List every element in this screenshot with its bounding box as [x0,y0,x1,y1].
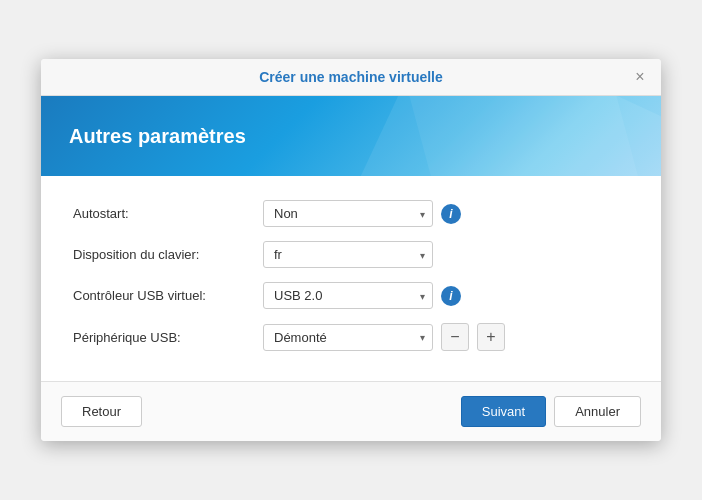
usb-controller-label: Contrôleur USB virtuel: [73,288,263,303]
create-vm-dialog: Créer une machine virtuelle × Autres par… [41,59,661,441]
cancel-button[interactable]: Annuler [554,396,641,427]
autostart-label: Autostart: [73,206,263,221]
usb-controller-row: Contrôleur USB virtuel: USB 2.0 USB 3.0 … [73,282,629,309]
autostart-select-wrapper: Non Oui ▾ [263,200,433,227]
section-title: Autres paramètres [69,125,246,148]
keyboard-controls: fr en de es ▾ [263,241,433,268]
autostart-row: Autostart: Non Oui ▾ i [73,200,629,227]
add-usb-button[interactable]: + [477,323,505,351]
keyboard-row: Disposition du clavier: fr en de es ▾ [73,241,629,268]
keyboard-label: Disposition du clavier: [73,247,263,262]
header-section: Autres paramètres [41,96,661,176]
close-button[interactable]: × [631,68,649,86]
autostart-controls: Non Oui ▾ i [263,200,461,227]
usb-controller-info-icon[interactable]: i [441,286,461,306]
autostart-select[interactable]: Non Oui [263,200,433,227]
usb-controller-select-wrapper: USB 2.0 USB 3.0 Aucun ▾ [263,282,433,309]
title-bar: Créer une machine virtuelle × [41,59,661,96]
form-content: Autostart: Non Oui ▾ i Disposition du cl… [41,176,661,381]
autostart-info-icon[interactable]: i [441,204,461,224]
next-button[interactable]: Suivant [461,396,546,427]
usb-device-select[interactable]: Démonté Monté [263,324,433,351]
dialog-title: Créer une machine virtuelle [259,69,443,85]
usb-controller-controls: USB 2.0 USB 3.0 Aucun ▾ i [263,282,461,309]
usb-device-controls: Démonté Monté ▾ − + [263,323,505,351]
usb-controller-select[interactable]: USB 2.0 USB 3.0 Aucun [263,282,433,309]
keyboard-select-wrapper: fr en de es ▾ [263,241,433,268]
footer-right-buttons: Suivant Annuler [461,396,641,427]
usb-device-label: Périphérique USB: [73,330,263,345]
usb-device-row: Périphérique USB: Démonté Monté ▾ − + [73,323,629,351]
keyboard-select[interactable]: fr en de es [263,241,433,268]
dialog-footer: Retour Suivant Annuler [41,381,661,441]
usb-device-select-wrapper: Démonté Monté ▾ [263,324,433,351]
remove-usb-button[interactable]: − [441,323,469,351]
back-button[interactable]: Retour [61,396,142,427]
